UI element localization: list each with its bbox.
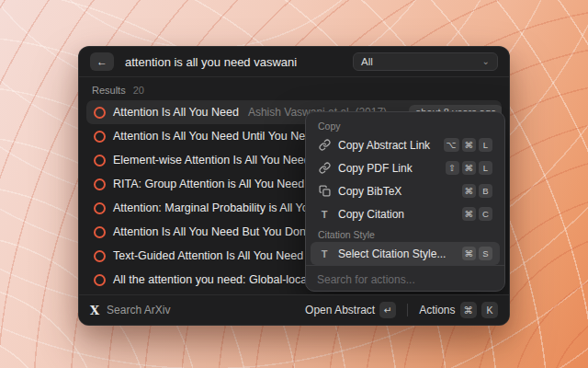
- open-abstract-action[interactable]: Open Abstract ↵: [305, 302, 396, 318]
- arxiv-result-icon: [94, 250, 106, 262]
- dropdown-value: All: [361, 56, 373, 67]
- results-header: Results 20: [79, 77, 509, 98]
- c-key-icon: C: [479, 207, 492, 221]
- menu-item-copy-bibtex[interactable]: Copy BibTeX ⌘ B: [311, 179, 500, 202]
- arxiv-result-icon: [94, 202, 106, 214]
- actions-button[interactable]: Actions ⌘ K: [419, 302, 498, 318]
- menu-item-label: Copy Abstract Link: [338, 139, 436, 152]
- text-icon: T: [318, 209, 331, 220]
- menu-item-copy-abstract-link[interactable]: Copy Abstract Link ⌥ ⌘ L: [311, 133, 500, 156]
- cmd-key-icon: ⌘: [462, 184, 477, 198]
- actions-search-input[interactable]: [315, 272, 495, 287]
- actions-search: [306, 265, 504, 293]
- shortcut-keys: ⌘ S: [462, 247, 493, 260]
- k-key-icon: K: [481, 302, 498, 318]
- extension-name: Search ArXiv: [107, 304, 170, 316]
- results-label: Results: [92, 85, 126, 96]
- result-title: Element-wise Attention Is All You Need: [113, 154, 311, 167]
- arxiv-result-icon: [94, 131, 106, 143]
- shortcut-keys: ⌘ C: [462, 207, 493, 221]
- raycast-window: ← All ⌄ Results 20 Attention Is All You …: [78, 46, 510, 326]
- search-bar: ← All ⌄: [79, 47, 509, 77]
- menu-item-select-citation-style[interactable]: T Select Citation Style... ⌘ S: [311, 242, 500, 265]
- link-icon: [318, 139, 331, 151]
- menu-section-citation-style: Citation Style: [311, 225, 500, 242]
- link-icon: [318, 162, 331, 174]
- category-dropdown[interactable]: All ⌄: [353, 52, 498, 71]
- shortcut-keys: ⇧ ⌘ L: [446, 161, 493, 175]
- chevron-down-icon: ⌄: [482, 57, 490, 66]
- menu-item-label: Copy Citation: [338, 208, 455, 221]
- actions-menu: Copy Copy Abstract Link ⌥ ⌘ L Copy PDF L…: [305, 111, 505, 292]
- cmd-key-icon: ⌘: [462, 207, 477, 221]
- enter-key-icon: ↵: [379, 302, 396, 318]
- text-icon: T: [318, 248, 331, 259]
- results-count: 20: [133, 85, 144, 96]
- result-title: Attention Is All You Need: [113, 106, 239, 119]
- arxiv-result-icon: [94, 274, 106, 286]
- menu-item-copy-pdf-link[interactable]: Copy PDF Link ⇧ ⌘ L: [311, 156, 500, 179]
- menu-item-label: Select Citation Style...: [338, 247, 455, 260]
- search-input[interactable]: [123, 54, 344, 70]
- l-key-icon: L: [479, 138, 492, 152]
- cmd-key-icon: ⌘: [462, 138, 477, 152]
- back-button[interactable]: ←: [90, 52, 114, 71]
- menu-item-label: Copy PDF Link: [338, 162, 438, 175]
- arxiv-result-icon: [94, 107, 106, 119]
- menu-section-copy: Copy: [311, 117, 500, 133]
- l-key-icon: L: [479, 161, 492, 175]
- actions-label: Actions: [419, 304, 455, 316]
- shortcut-keys: ⌘ B: [462, 184, 493, 198]
- back-icon: ←: [96, 55, 107, 68]
- arxiv-result-icon: [94, 155, 106, 167]
- footer-bar: X Search ArXiv Open Abstract ↵ Actions ⌘…: [79, 294, 509, 325]
- cmd-key-icon: ⌘: [462, 161, 477, 175]
- arxiv-result-icon: [94, 226, 106, 238]
- cmd-key-icon: ⌘: [462, 247, 477, 260]
- s-key-icon: S: [479, 247, 492, 260]
- arxiv-result-icon: [94, 178, 106, 190]
- shortcut-keys: ⌥ ⌘ L: [444, 138, 492, 152]
- menu-item-label: Copy BibTeX: [338, 185, 455, 198]
- copy-icon: [318, 185, 331, 197]
- footer-divider: [407, 304, 408, 316]
- arxiv-icon: X: [90, 304, 99, 317]
- shift-key-icon: ⇧: [446, 161, 459, 175]
- cmd-key-icon: ⌘: [460, 302, 478, 318]
- option-key-icon: ⌥: [444, 138, 459, 152]
- open-abstract-label: Open Abstract: [305, 304, 375, 316]
- b-key-icon: B: [479, 184, 492, 198]
- menu-item-copy-citation[interactable]: T Copy Citation ⌘ C: [311, 202, 500, 225]
